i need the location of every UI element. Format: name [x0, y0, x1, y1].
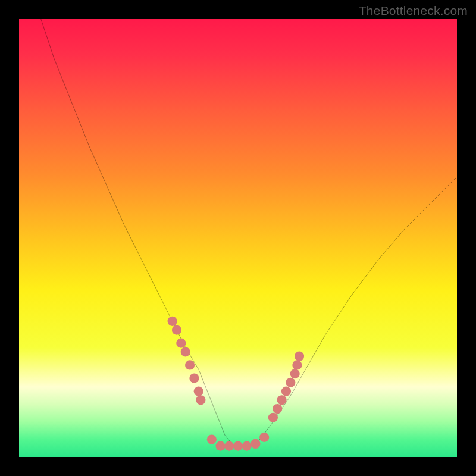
valley-cluster-marker: [224, 441, 234, 451]
watermark: TheBottleneck.com: [359, 4, 468, 18]
valley-cluster-marker: [242, 441, 252, 451]
left-cluster-marker: [185, 360, 195, 369]
right-cluster-marker: [268, 413, 278, 422]
valley-cluster-marker: [207, 434, 217, 444]
left-cluster-marker: [189, 373, 199, 383]
valley-cluster-marker: [215, 441, 225, 451]
left-cluster-marker: [172, 325, 181, 334]
right-cluster-marker: [277, 395, 287, 405]
valley-cluster-marker: [259, 433, 269, 442]
right-cluster-marker: [295, 352, 304, 361]
valley-cluster-marker: [250, 439, 260, 449]
right-cluster-marker: [292, 360, 302, 369]
left-cluster-marker: [194, 387, 203, 396]
plot-area: [19, 19, 457, 457]
left-cluster-marker: [176, 339, 186, 348]
right-cluster-marker: [290, 369, 300, 378]
left-cluster-marker: [181, 347, 190, 356]
right-cluster-marker: [286, 378, 295, 387]
valley-cluster-marker: [233, 441, 243, 451]
frame: TheBottleneck.com: [0, 0, 476, 476]
left-cluster-marker: [196, 395, 205, 405]
right-cluster-marker: [281, 387, 291, 396]
right-cluster-marker: [273, 404, 282, 414]
bottleneck-curve: [19, 19, 457, 457]
left-cluster-marker: [168, 317, 177, 326]
